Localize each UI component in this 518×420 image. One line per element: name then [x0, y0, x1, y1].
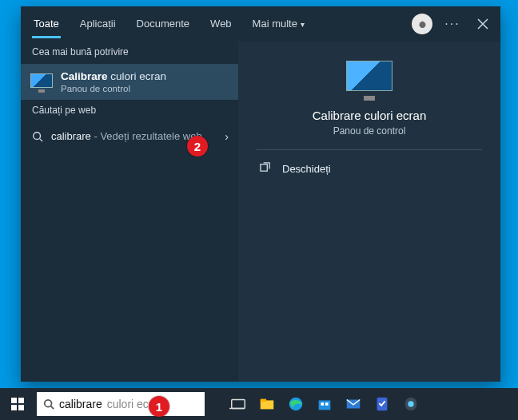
svg-rect-7 — [232, 400, 245, 409]
search-typed-text: calibrare — [59, 398, 102, 410]
svg-point-17 — [408, 401, 413, 406]
tab-documents[interactable]: Documente — [127, 6, 199, 42]
search-icon — [32, 131, 43, 142]
annotation-badge-2: 2 — [187, 136, 208, 157]
windows-logo-icon — [11, 398, 24, 410]
close-button[interactable] — [468, 10, 497, 38]
result-preview-pane: Calibrare culori ecran Panou de control … — [238, 42, 500, 382]
svg-point-2 — [34, 132, 41, 139]
results-list: Cea mai bună potrivire Calibrare culori … — [21, 42, 238, 382]
svg-line-3 — [40, 138, 43, 141]
tab-more[interactable]: Mai multe▾ — [243, 6, 314, 42]
user-avatar[interactable]: ⬤ — [408, 10, 436, 38]
svg-line-6 — [51, 406, 54, 410]
taskbar: calibrare culori ecran — [0, 388, 518, 420]
start-search-panel: Toate Aplicații Documente Web Mai multe▾… — [21, 6, 500, 382]
more-options-button[interactable]: ··· — [438, 10, 467, 38]
open-action[interactable]: Deschideți — [238, 150, 500, 187]
tab-all[interactable]: Toate — [24, 6, 69, 42]
open-icon — [259, 161, 271, 176]
edge-browser-icon[interactable] — [283, 388, 309, 420]
search-icon — [43, 398, 54, 410]
svg-point-5 — [45, 400, 52, 407]
svg-rect-4 — [261, 164, 267, 171]
annotation-badge-1: 1 — [149, 396, 169, 417]
svg-rect-14 — [325, 402, 329, 406]
tab-apps[interactable]: Aplicații — [70, 6, 126, 42]
preview-title: Calibrare culori ecran — [313, 109, 427, 122]
file-explorer-icon[interactable] — [254, 388, 280, 420]
svg-rect-12 — [319, 400, 331, 410]
section-search-web: Căutați pe web — [21, 100, 238, 122]
mail-icon[interactable] — [341, 388, 366, 420]
app-icon[interactable] — [398, 388, 424, 420]
result-title: Calibrare culori ecran — [61, 70, 166, 83]
taskbar-search-input[interactable]: calibrare culori ecran — [37, 392, 205, 416]
web-result-text: calibrare - Vedeți rezultatele web — [51, 130, 202, 142]
best-match-result[interactable]: Calibrare culori ecran Panou de control … — [21, 64, 238, 100]
section-best-match: Cea mai bună potrivire — [21, 42, 238, 64]
open-label: Deschideți — [282, 163, 331, 175]
svg-rect-13 — [321, 402, 324, 406]
start-button[interactable] — [0, 388, 35, 420]
svg-rect-10 — [261, 399, 266, 402]
monitor-icon — [30, 73, 53, 91]
preview-subtitle: Panou de control — [333, 125, 406, 137]
result-subtitle: Panou de control — [61, 84, 166, 93]
task-view-button[interactable] — [225, 388, 251, 420]
chevron-down-icon: ▾ — [301, 20, 305, 29]
monitor-icon — [346, 61, 392, 97]
store-icon[interactable] — [312, 388, 337, 420]
search-tabs: Toate Aplicații Documente Web Mai multe▾… — [21, 6, 500, 42]
todo-icon[interactable] — [369, 388, 395, 420]
chevron-right-icon: › — [225, 130, 229, 143]
tab-web[interactable]: Web — [201, 6, 241, 42]
taskbar-pinned-apps — [222, 388, 424, 420]
